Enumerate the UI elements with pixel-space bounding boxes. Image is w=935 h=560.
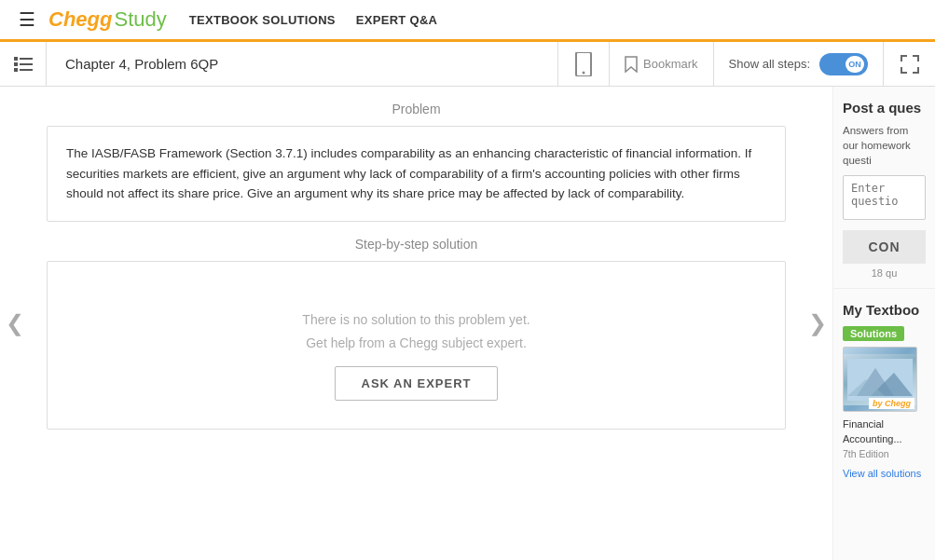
bookmark-button[interactable]: Bookmark xyxy=(610,42,714,87)
show-all-steps-control: Show all steps: ON xyxy=(714,42,884,87)
svg-rect-1 xyxy=(14,62,18,66)
chapter-problem-label: Chapter 4, Problem 6QP xyxy=(65,56,218,72)
svg-rect-4 xyxy=(20,63,33,65)
textbook-cover: by Chegg xyxy=(843,347,917,412)
expand-icon[interactable] xyxy=(884,42,935,87)
problem-section-title: Problem xyxy=(19,102,814,116)
solutions-badge: Solutions xyxy=(843,326,904,341)
svg-rect-5 xyxy=(20,69,33,71)
question-count: 18 qu xyxy=(843,267,926,279)
steps-toggle[interactable]: ON xyxy=(819,53,868,75)
no-solution-line2: Get help from a Chegg subject expert. xyxy=(306,335,527,350)
solution-box: There is no solution to this problem yet… xyxy=(47,261,786,430)
problem-text: The IASB/FASB Framework (Section 3.7.1) … xyxy=(66,146,751,200)
no-solution-text: There is no solution to this problem yet… xyxy=(302,308,529,355)
right-sidebar: Post a ques Answers from our homework qu… xyxy=(832,87,935,560)
textbook-edition: 7th Edition xyxy=(843,448,926,459)
show-all-steps-label: Show all steps: xyxy=(729,57,810,71)
content-area: ❮ ❯ Problem The IASB/FASB Framework (Sec… xyxy=(0,87,832,560)
next-arrow[interactable]: ❯ xyxy=(803,301,832,346)
view-all-solutions-link[interactable]: View all solutions xyxy=(843,468,921,479)
no-solution-line1: There is no solution to this problem yet… xyxy=(302,312,529,327)
post-question-section: Post a ques Answers from our homework qu… xyxy=(833,87,935,289)
chapter-problem-title: Chapter 4, Problem 6QP xyxy=(47,42,558,87)
mobile-view-icon[interactable] xyxy=(558,42,610,87)
nav-expert-qa[interactable]: EXPERT Q&A xyxy=(356,13,438,27)
hamburger-menu-icon[interactable]: ☰ xyxy=(19,8,35,31)
header: ☰ Chegg Study TEXTBOOK SOLUTIONS EXPERT … xyxy=(0,0,935,42)
bookmark-label: Bookmark xyxy=(643,57,698,71)
toolbar: Chapter 4, Problem 6QP Bookmark Show all… xyxy=(0,42,935,87)
post-question-desc: Answers from our homework questi xyxy=(843,123,926,168)
logo[interactable]: Chegg Study xyxy=(48,7,167,32)
toggle-knob: ON xyxy=(846,56,864,73)
toggle-on-label: ON xyxy=(848,60,861,69)
logo-chegg-text: Chegg xyxy=(48,7,112,32)
textbook-name: Financial Accounting... xyxy=(843,417,926,446)
solution-section-title: Step-by-step solution xyxy=(19,237,814,252)
nav-textbook-solutions[interactable]: TEXTBOOK SOLUTIONS xyxy=(189,13,336,27)
svg-point-7 xyxy=(583,71,585,74)
ask-expert-button[interactable]: ASK AN EXPERT xyxy=(335,366,499,401)
continue-button[interactable]: CON xyxy=(843,230,926,264)
chegg-by-label: by Chegg xyxy=(869,398,914,409)
problem-text-box: The IASB/FASB Framework (Section 3.7.1) … xyxy=(47,126,786,222)
prev-arrow[interactable]: ❮ xyxy=(0,301,30,346)
my-textbook-section: My Textboo Solutions by Chegg Financial … xyxy=(833,289,935,489)
svg-rect-3 xyxy=(20,58,33,60)
my-textbook-title: My Textboo xyxy=(843,302,926,318)
main-layout: ❮ ❯ Problem The IASB/FASB Framework (Sec… xyxy=(0,87,935,560)
question-input[interactable] xyxy=(843,175,926,220)
post-question-title: Post a ques xyxy=(843,100,926,116)
svg-rect-2 xyxy=(14,68,18,72)
svg-rect-0 xyxy=(14,57,18,61)
logo-study-text: Study xyxy=(114,7,166,32)
list-view-icon[interactable] xyxy=(0,42,47,87)
